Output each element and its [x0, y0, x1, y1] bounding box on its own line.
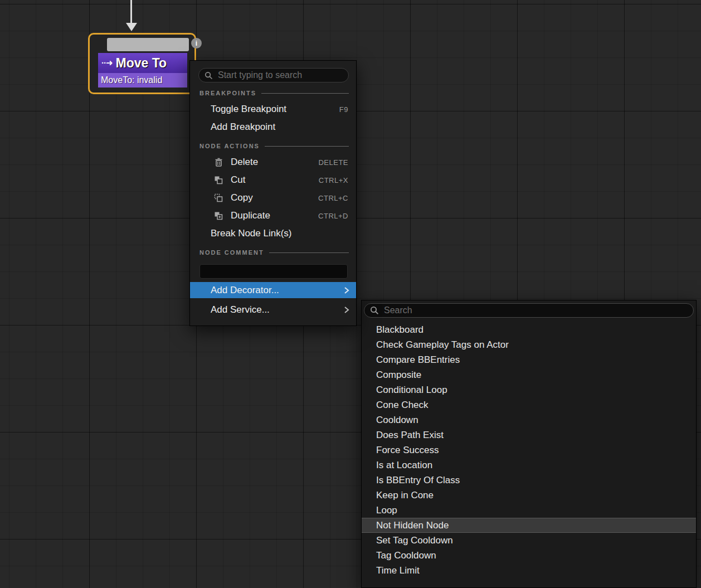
menu-item-label: Toggle Breakpoint — [211, 104, 286, 115]
move-to-task-icon: ··➜ — [101, 58, 113, 68]
node-info-icon: i — [191, 38, 202, 48]
section-divider — [269, 252, 349, 253]
node-actions-label: NODE ACTIONS — [199, 143, 260, 149]
search-icon — [370, 306, 379, 315]
menu-item-add-decorator[interactable]: Add Decorator... — [190, 282, 356, 298]
decorator-item-keep-in-cone[interactable]: Keep in Cone — [362, 488, 696, 503]
menu-item-label: Delete — [231, 157, 258, 168]
cut-icon — [213, 175, 223, 185]
menu-item-shortcut: CTRL+X — [319, 176, 348, 184]
decorator-item-set-tag-cooldown[interactable]: Set Tag Cooldown — [362, 533, 696, 548]
menu-item-label: Add Breakpoint — [211, 122, 275, 133]
decorator-item-not-hidden-node[interactable]: Not Hidden Node — [362, 518, 696, 533]
section-divider — [261, 93, 349, 94]
node-comment-input[interactable] — [199, 264, 348, 279]
context-menu-search[interactable] — [198, 68, 349, 82]
submenu-search-input[interactable] — [383, 305, 688, 316]
decorator-item-blackboard[interactable]: Blackboard — [362, 322, 696, 337]
decorator-item-conditional-loop[interactable]: Conditional Loop — [362, 382, 696, 397]
node-connection-wire — [130, 0, 132, 23]
decorator-list: Blackboard Check Gameplay Tags on Actor … — [362, 322, 696, 578]
section-divider — [265, 146, 349, 147]
copy-icon — [213, 193, 223, 203]
menu-item-break-node-links[interactable]: Break Node Link(s) — [190, 225, 356, 242]
decorator-item-time-limit[interactable]: Time Limit — [362, 563, 696, 578]
breakpoints-section-header: BREAKPOINTS — [190, 86, 356, 100]
node-subtitle: MoveTo: invalid — [98, 73, 187, 88]
decorator-item-is-at-location[interactable]: Is at Location — [362, 458, 696, 473]
node-actions-section-header: NODE ACTIONS — [190, 139, 356, 153]
chevron-right-icon — [344, 286, 349, 294]
menu-item-shortcut: F9 — [339, 105, 348, 114]
menu-item-copy[interactable]: Copy CTRL+C — [190, 189, 356, 207]
node-title: Move To — [116, 56, 167, 71]
duplicate-icon — [213, 211, 223, 221]
menu-item-label: Break Node Link(s) — [211, 228, 292, 239]
decorator-item-tag-cooldown[interactable]: Tag Cooldown — [362, 548, 696, 563]
node-comment-section-header: NODE COMMENT — [190, 245, 356, 260]
menu-item-toggle-breakpoint[interactable]: Toggle Breakpoint F9 — [190, 100, 356, 118]
node-comment-label: NODE COMMENT — [199, 249, 264, 256]
search-icon — [205, 71, 213, 80]
node-header[interactable]: ··➜ Move To — [98, 53, 187, 73]
menu-item-delete[interactable]: Delete DELETE — [190, 153, 356, 171]
menu-item-label: Cut — [231, 174, 245, 186]
menu-item-duplicate[interactable]: Duplicate CTRL+D — [190, 207, 356, 225]
menu-item-shortcut: CTRL+D — [318, 212, 348, 220]
menu-item-label: Copy — [231, 192, 253, 203]
menu-item-add-service[interactable]: Add Service... — [190, 302, 356, 318]
decorator-item-cooldown[interactable]: Cooldown — [362, 412, 696, 427]
menu-item-label: Duplicate — [231, 210, 270, 221]
node-connection-arrow-icon — [126, 23, 137, 31]
node-context-menu: BREAKPOINTS Toggle Breakpoint F9 Add Bre… — [189, 60, 357, 326]
decorator-item-check-gameplay-tags[interactable]: Check Gameplay Tags on Actor — [362, 337, 696, 352]
menu-item-shortcut: CTRL+C — [318, 194, 348, 202]
menu-item-label: Add Decorator... — [211, 285, 279, 296]
decorator-item-composite[interactable]: Composite — [362, 367, 696, 382]
graph-canvas[interactable]: i ··➜ Move To MoveTo: invalid BREAKPOINT… — [0, 0, 701, 588]
add-decorator-submenu: Blackboard Check Gameplay Tags on Actor … — [361, 300, 697, 588]
node-top-connector[interactable] — [107, 38, 189, 51]
menu-item-shortcut: DELETE — [318, 158, 348, 167]
breakpoints-label: BREAKPOINTS — [199, 90, 256, 96]
chevron-right-icon — [344, 306, 349, 314]
move-to-node[interactable]: i ··➜ Move To MoveTo: invalid — [88, 33, 196, 94]
decorator-item-is-bbentry-of-class[interactable]: Is BBEntry Of Class — [362, 473, 696, 488]
decorator-item-loop[interactable]: Loop — [362, 503, 696, 518]
context-search-input[interactable] — [217, 70, 343, 81]
menu-item-label: Add Service... — [211, 304, 270, 315]
decorator-item-does-path-exist[interactable]: Does Path Exist — [362, 427, 696, 443]
decorator-item-compare-bbentries[interactable]: Compare BBEntries — [362, 352, 696, 367]
trash-icon — [213, 157, 223, 167]
submenu-search[interactable] — [364, 303, 694, 318]
menu-item-cut[interactable]: Cut CTRL+X — [190, 171, 356, 189]
decorator-item-force-success[interactable]: Force Success — [362, 443, 696, 458]
decorator-item-cone-check[interactable]: Cone Check — [362, 397, 696, 412]
menu-item-add-breakpoint[interactable]: Add Breakpoint — [190, 118, 356, 136]
